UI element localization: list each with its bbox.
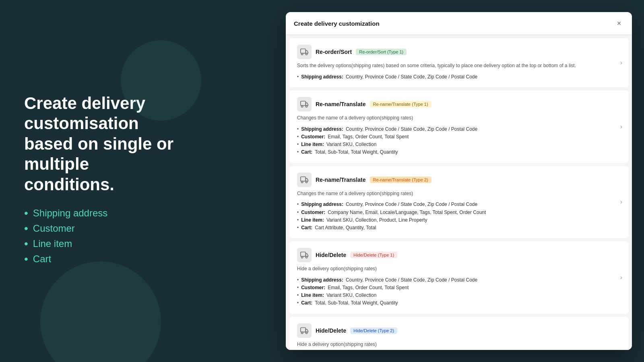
chevron-icon: › <box>620 198 622 206</box>
svg-rect-9 <box>301 252 306 257</box>
condition-label: Cart: <box>301 148 312 156</box>
modal: Create delivery customization × Re-order… <box>286 12 632 350</box>
list-item-line-item: Line item <box>24 238 177 249</box>
card-icon <box>297 45 312 59</box>
svg-point-2 <box>305 53 307 55</box>
svg-point-1 <box>301 53 303 55</box>
condition-label: Line item: <box>301 141 324 148</box>
condition-label: Cart: <box>301 224 312 232</box>
condition-value: Country, Province Code / State Code, Zip… <box>346 125 477 133</box>
condition-label: Customer: <box>301 133 325 141</box>
card-rename-translate-1[interactable]: Re-name/Translate Re-name/Translate (Typ… <box>289 90 629 163</box>
condition-label: Shipping address: <box>301 201 343 208</box>
card-badge: Hide/Delete (Type 2) <box>350 327 397 334</box>
condition-value: Country, Province Code / State Code, Zip… <box>346 276 477 284</box>
svg-rect-0 <box>301 49 306 53</box>
card-description: Hide a delivery option(shipping rates) <box>297 341 621 348</box>
card-header: Hide/Delete Hide/Delete (Type 1) <box>297 248 621 262</box>
card-name: Re-name/Translate <box>316 177 366 183</box>
card-header: Re-name/Translate Re-name/Translate (Typ… <box>297 173 621 187</box>
card-conditions: Shipping address: Country, Province Code… <box>297 201 621 232</box>
condition-value: Company Name, Email, Locale/Language, Ta… <box>328 209 486 216</box>
card-name: Hide/Delete <box>316 252 346 258</box>
svg-rect-3 <box>301 101 306 105</box>
list-item-shipping: Shipping address <box>24 208 177 219</box>
condition-item: Customer: Email, Tags, Order Count, Tota… <box>297 133 621 141</box>
modal-header: Create delivery customization × <box>286 12 632 35</box>
card-name: Re-name/Translate <box>316 101 366 107</box>
condition-value: Country, Province Code / State Code, Zip… <box>346 73 477 81</box>
card-description: Sorts the delivery options(shipping rate… <box>297 62 621 69</box>
modal-body: Re-order/Sort Re-order/Sort (Type 1) Sor… <box>286 35 632 350</box>
condition-value: Total, Sub-Total, Total Weight, Quantity <box>315 299 398 307</box>
svg-point-8 <box>305 181 307 183</box>
condition-item: Cart: Total, Sub-Total, Total Weight, Qu… <box>297 299 621 307</box>
svg-point-5 <box>305 105 307 107</box>
chevron-icon: › <box>620 349 622 350</box>
condition-item: Customer: Company Name, Email, Locale/La… <box>297 209 621 216</box>
svg-point-7 <box>301 181 303 183</box>
svg-rect-6 <box>301 177 306 181</box>
condition-label: Line item: <box>301 292 324 299</box>
card-conditions: Shipping address: Country, Province Code… <box>297 276 621 307</box>
svg-point-10 <box>301 256 303 258</box>
svg-point-13 <box>301 332 303 333</box>
condition-label: Customer: <box>301 284 325 292</box>
list-item-customer: Customer <box>24 223 177 234</box>
svg-point-14 <box>305 332 307 333</box>
chevron-icon: › <box>620 274 622 281</box>
condition-item: Line item: Variant SKU, Collection <box>297 292 621 299</box>
card-badge: Re-name/Translate (Type 1) <box>370 101 431 107</box>
condition-label: Line item: <box>301 216 324 224</box>
card-icon <box>297 173 312 187</box>
card-name: Hide/Delete <box>316 327 346 334</box>
condition-label: Cart: <box>301 299 312 307</box>
condition-item: Line item: Variant SKU, Collection, Prod… <box>297 216 621 224</box>
chevron-icon: › <box>620 59 622 66</box>
chevron-icon: › <box>620 123 622 130</box>
left-panel: Create delivery customisation based on s… <box>0 0 201 362</box>
left-panel-list: Shipping address Customer Line item Cart <box>24 208 177 265</box>
condition-item: Cart: Total, Sub-Total, Total Weight, Qu… <box>297 148 621 156</box>
condition-item: Shipping address: Country, Province Code… <box>297 73 621 81</box>
card-icon <box>297 248 312 262</box>
condition-item: Shipping address: Country, Province Code… <box>297 276 621 284</box>
card-header: Hide/Delete Hide/Delete (Type 2) <box>297 323 621 338</box>
card-hide-delete-1[interactable]: Hide/Delete Hide/Delete (Type 1) Hide a … <box>289 241 629 314</box>
card-conditions: Shipping address: Country, Province Code… <box>297 73 621 81</box>
condition-value: Variant SKU, Collection <box>326 141 377 148</box>
card-name: Re-order/Sort <box>316 49 352 55</box>
card-header: Re-order/Sort Re-order/Sort (Type 1) <box>297 45 621 59</box>
card-header: Re-name/Translate Re-name/Translate (Typ… <box>297 97 621 111</box>
card-rename-translate-2[interactable]: Re-name/Translate Re-name/Translate (Typ… <box>289 166 629 239</box>
card-badge: Hide/Delete (Type 1) <box>350 252 397 258</box>
svg-point-4 <box>301 105 303 107</box>
condition-label: Customer: <box>301 209 325 216</box>
close-button[interactable]: × <box>614 19 624 28</box>
card-conditions: Shipping address: Country, Province Code… <box>297 125 621 156</box>
modal-title: Create delivery customization <box>294 20 380 27</box>
condition-value: Email, Tags, Order Count, Total Spent <box>328 284 409 292</box>
condition-value: Email, Tags, Order Count, Total Spent <box>328 133 409 141</box>
card-icon <box>297 323 312 338</box>
card-badge: Re-name/Translate (Type 2) <box>370 177 431 183</box>
condition-value: Total, Sub-Total, Total Weight, Quantity <box>315 148 398 156</box>
card-description: Changes the name of a delivery option(sh… <box>297 115 621 121</box>
condition-value: Variant SKU, Collection, Product, Line P… <box>326 216 427 224</box>
condition-item: Line item: Variant SKU, Collection <box>297 141 621 148</box>
condition-value: Cart Attribute, Quantity, Total <box>315 224 376 232</box>
condition-item: Shipping address: Country, Province Code… <box>297 201 621 208</box>
condition-label: Shipping address: <box>301 125 343 133</box>
card-hide-delete-2[interactable]: Hide/Delete Hide/Delete (Type 2) Hide a … <box>289 317 629 350</box>
condition-value: Variant SKU, Collection <box>326 292 377 299</box>
condition-value: Country, Province Code / State Code, Zip… <box>346 201 477 208</box>
condition-label: Shipping address: <box>301 276 343 284</box>
card-description: Changes the name of a delivery option(sh… <box>297 190 621 197</box>
condition-label: Shipping address: <box>301 73 343 81</box>
card-description: Hide a delivery option(shipping rates) <box>297 265 621 272</box>
condition-item: Shipping address: Country, Province Code… <box>297 125 621 133</box>
svg-rect-12 <box>301 327 306 332</box>
card-reorder-sort-1[interactable]: Re-order/Sort Re-order/Sort (Type 1) Sor… <box>289 38 629 87</box>
svg-point-11 <box>305 256 307 258</box>
condition-item: Cart: Cart Attribute, Quantity, Total <box>297 224 621 232</box>
